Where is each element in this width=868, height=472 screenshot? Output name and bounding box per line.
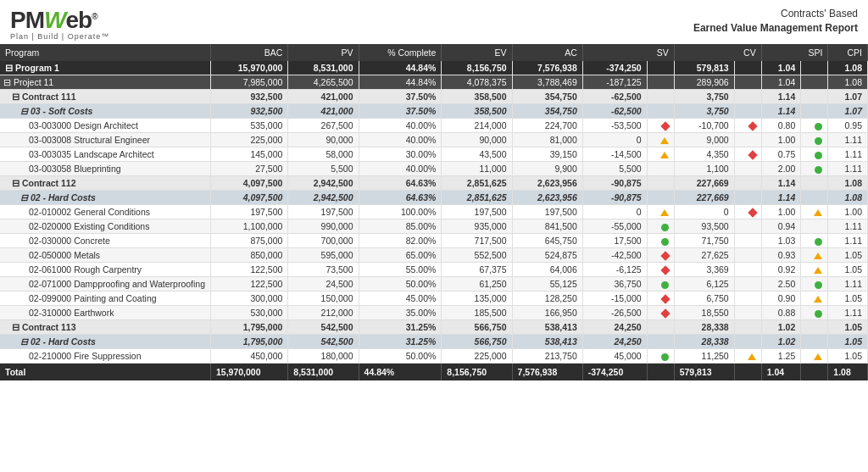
row-sv: -90,875 [582, 176, 647, 191]
row-cpi: 1.07 [828, 90, 868, 104]
row-spi: 2.00 [761, 162, 801, 176]
row-cv-icon [734, 248, 761, 263]
row-cv-icon [734, 90, 761, 104]
table-body: ⊟ Program 1 15,970,000 8,531,000 44.84% … [0, 61, 868, 364]
triangle-up-icon [814, 296, 822, 303]
logo-leaf: W [44, 7, 65, 33]
row-sv-icon [647, 119, 674, 133]
row-sv: 24,250 [582, 335, 647, 349]
row-ac: 224,700 [512, 119, 582, 133]
row-spi-icon [801, 162, 828, 176]
total-cpi: 1.08 [828, 364, 868, 381]
row-sv: -187,125 [582, 75, 647, 90]
row-spi: 1.14 [761, 90, 801, 104]
row-bac: 4,097,500 [211, 191, 288, 205]
row-cv: 28,338 [674, 335, 734, 349]
total-pv: 8,531,000 [288, 364, 359, 381]
row-label: 03-003000 Design Architect [0, 119, 211, 133]
row-label: ⊟ Contract 112 [0, 176, 211, 191]
diamond-icon [660, 122, 670, 131]
row-cv-icon [734, 234, 761, 248]
table-container: Program BAC PV % Complete EV AC SV CV SP… [0, 44, 868, 457]
row-cv-icon [734, 104, 761, 119]
row-cv: 6,750 [674, 292, 734, 306]
circle-green-icon [815, 123, 822, 130]
row-ac: 213,750 [512, 349, 582, 364]
row-cv: 11,250 [674, 349, 734, 364]
row-pv: 8,531,000 [288, 61, 359, 75]
row-pv: 542,500 [288, 320, 359, 335]
circle-green-icon [815, 238, 822, 246]
row-sv: 45,000 [582, 349, 647, 364]
row-sv: 5,500 [582, 162, 647, 176]
row-label: 03-003035 Landscape Architect [0, 147, 211, 162]
row-cv-icon [734, 61, 761, 75]
row-label: 02-050000 Metals [0, 248, 211, 263]
row-ac: 128,250 [512, 292, 582, 306]
row-sv-icon [647, 162, 674, 176]
table-row: ⊟ 02 - Hard Costs 4,097,500 2,942,500 64… [0, 191, 868, 205]
triangle-up-icon [814, 267, 822, 274]
table-row: 03-003008 Structural Engineer 225,000 90… [0, 133, 868, 147]
row-spi-icon [801, 335, 828, 349]
row-cpi: 1.08 [828, 75, 868, 90]
row-cv-icon [734, 263, 761, 277]
row-cpi: 1.05 [828, 335, 868, 349]
triangle-up-icon [660, 209, 669, 216]
row-ev: 197,500 [442, 205, 512, 219]
row-pct: 82.00% [359, 234, 442, 248]
row-sv-icon [647, 320, 674, 335]
row-cv-icon [734, 277, 761, 292]
row-pct: 65.00% [359, 248, 442, 263]
total-pct: 44.84% [359, 364, 442, 381]
row-cv-icon [734, 162, 761, 176]
col-pv: PV [288, 44, 359, 61]
row-pct: 100.00% [359, 205, 442, 219]
row-ev: 566,750 [442, 335, 512, 349]
row-ac: 39,150 [512, 147, 582, 162]
row-spi-icon [801, 104, 828, 119]
row-cpi: 1.11 [828, 277, 868, 292]
row-pct: 37.50% [359, 104, 442, 119]
row-ac: 841,500 [512, 219, 582, 234]
table-row: 02-020000 Existing Conditions 1,100,000 … [0, 219, 868, 234]
row-spi-icon [801, 147, 828, 162]
table-row: ⊟ Project 11 7,985,000 4,265,500 44.84% … [0, 75, 868, 90]
row-label: 02-061000 Rough Carpentry [0, 263, 211, 277]
row-ac: 81,000 [512, 133, 582, 147]
row-sv: -15,000 [582, 292, 647, 306]
row-spi: 1.04 [761, 61, 801, 75]
row-cv-icon [734, 191, 761, 205]
row-sv: -26,500 [582, 306, 647, 320]
logo-area: PMWeb® Plan | Build | Operate™ [10, 7, 109, 41]
row-pct: 50.00% [359, 349, 442, 364]
row-bac: 450,000 [211, 349, 288, 364]
row-pct: 37.50% [359, 90, 442, 104]
table-row: 02-310000 Earthwork 530,000 212,000 35.0… [0, 306, 868, 320]
row-bac: 197,500 [211, 205, 288, 219]
row-pv: 4,265,500 [288, 75, 359, 90]
row-spi-icon [801, 320, 828, 335]
row-bac: 850,000 [211, 248, 288, 263]
row-cv-icon [734, 219, 761, 234]
row-sv-icon [647, 147, 674, 162]
row-sv: 0 [582, 205, 647, 219]
row-spi-icon [801, 248, 828, 263]
row-cpi: 1.05 [828, 248, 868, 263]
total-cv-icon [734, 364, 761, 381]
row-label: 02-071000 Dampproofing and Waterproofing [0, 277, 211, 292]
row-sv-icon [647, 104, 674, 119]
row-sv: 24,250 [582, 320, 647, 335]
row-sv-icon [647, 335, 674, 349]
row-pct: 40.00% [359, 133, 442, 147]
col-sv: SV [582, 44, 674, 61]
row-cv: 3,750 [674, 104, 734, 119]
row-bac: 1,100,000 [211, 219, 288, 234]
row-cpi: 1.05 [828, 292, 868, 306]
row-label: 02-210000 Fire Suppression [0, 349, 211, 364]
row-sv-icon [647, 277, 674, 292]
row-spi: 1.14 [761, 191, 801, 205]
row-pct: 44.84% [359, 75, 442, 90]
row-ev: 566,750 [442, 320, 512, 335]
row-cv: 0 [674, 205, 734, 219]
